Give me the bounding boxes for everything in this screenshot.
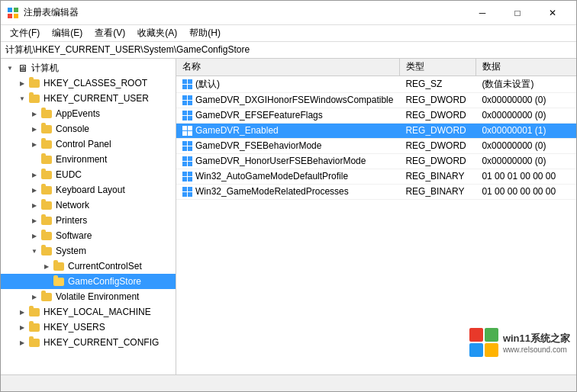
tree-item-network[interactable]: ▶Network: [1, 198, 176, 213]
cell-type-2: REG_DWORD: [399, 108, 475, 123]
cell-name-3: GameDVR_Enabled: [176, 123, 399, 138]
table-row[interactable]: GameDVR_EnabledREG_DWORD0x00000001 (1): [176, 123, 576, 138]
col-header-name[interactable]: 名称: [176, 59, 399, 76]
expand-btn-currentcontrolset[interactable]: ▶: [40, 260, 53, 272]
watermark-text-block: win11系统之家 www.relsound.com: [503, 332, 570, 354]
svg-rect-0: [8, 8, 12, 12]
expand-btn-printers[interactable]: ▶: [28, 214, 40, 227]
expand-btn-console[interactable]: ▶: [28, 123, 40, 135]
tree-item-eudc[interactable]: ▶EUDC: [1, 167, 176, 182]
expand-btn-appevents[interactable]: ▶: [28, 108, 40, 120]
cell-data-4: 0x00000000 (0): [475, 138, 576, 153]
cell-type-0: REG_SZ: [399, 76, 475, 92]
watermark-site: win11系统之家: [503, 332, 570, 345]
tree-item-volatile-environment[interactable]: ▶Volatile Environment: [1, 289, 176, 304]
cell-name-4: GameDVR_FSEBehaviorMode: [176, 138, 399, 153]
tree-item-console[interactable]: ▶Console: [1, 121, 176, 137]
cell-type-7: REG_BINARY: [399, 184, 475, 199]
table-row[interactable]: Win32_AutoGameModeDefaultProfileREG_BINA…: [176, 169, 576, 184]
folder-icon-volatile-environment: [40, 291, 53, 303]
value-name-text-1: GameDVR_DXGIHonorFSEWindowsCompatible: [195, 95, 393, 105]
menu-item-f[interactable]: 文件(F): [4, 25, 46, 41]
folder-icon-hkey-current-user: [28, 92, 40, 104]
tree-label-hkey-classes-root: HKEY_CLASSES_ROOT: [44, 78, 147, 88]
close-button[interactable]: ✕: [535, 1, 570, 25]
menu-item-v[interactable]: 查看(V): [89, 25, 131, 41]
col-header-data[interactable]: 数据: [475, 59, 576, 76]
value-name-text-0: (默认): [195, 79, 220, 89]
tree-label-eudc: EUDC: [56, 169, 82, 180]
tree-item-currentcontrolset[interactable]: ▶CurrentControlSet: [1, 259, 176, 274]
tree-item-hkey-classes-root[interactable]: ▶HKEY_CLASSES_ROOT: [1, 76, 176, 91]
cell-type-5: REG_DWORD: [399, 153, 475, 169]
minimize-button[interactable]: ─: [465, 1, 500, 25]
table-row[interactable]: Win32_GameModeRelatedProcessesREG_BINARY…: [176, 184, 576, 199]
expand-btn-keyboard-layout[interactable]: ▶: [28, 184, 40, 196]
tree-item-gameconfigstore[interactable]: GameConfigStore: [1, 274, 176, 289]
expand-btn-hkey-local-machine[interactable]: ▶: [16, 306, 28, 318]
cell-name-2: GameDVR_EFSEFeatureFlags: [176, 108, 399, 123]
tree-item-system[interactable]: ▼System: [1, 243, 176, 259]
folder-icon-system: [40, 245, 53, 257]
tree-label-control-panel: Control Panel: [56, 139, 111, 149]
folder-icon-control-panel: [40, 138, 53, 150]
tree-item-hkey-local-machine[interactable]: ▶HKEY_LOCAL_MACHINE: [1, 304, 176, 320]
cell-name-1: GameDVR_DXGIHonorFSEWindowsCompatible: [176, 92, 399, 108]
col-header-type[interactable]: 类型: [399, 59, 475, 76]
value-name-text-2: GameDVR_EFSEFeatureFlags: [195, 110, 323, 120]
expand-btn-system[interactable]: ▼: [28, 245, 40, 257]
tree-item-hkey-current-config[interactable]: ▶HKEY_CURRENT_CONFIG: [1, 335, 176, 350]
expand-btn-control-panel[interactable]: ▶: [28, 138, 40, 150]
expand-btn-hkey-current-user[interactable]: ▼: [16, 92, 28, 104]
table-row[interactable]: (默认)REG_SZ(数值未设置): [176, 76, 576, 92]
address-bar: 计算机\HKEY_CURRENT_USER\System\GameConfigS…: [1, 42, 576, 59]
cell-data-5: 0x00000000 (0): [475, 153, 576, 169]
tree-item-hkey-current-user[interactable]: ▼HKEY_CURRENT_USER: [1, 91, 176, 106]
tree-label-hkey-users: HKEY_USERS: [44, 322, 105, 333]
tree-item-environment[interactable]: Environment: [1, 152, 176, 167]
tree-item-keyboard-layout[interactable]: ▶Keyboard Layout: [1, 182, 176, 198]
tree-label-environment: Environment: [56, 154, 107, 165]
computer-icon-computer: 🖥: [16, 62, 28, 74]
menu-item-h[interactable]: 帮助(H): [183, 25, 227, 41]
expand-btn-computer[interactable]: ▼: [4, 62, 16, 74]
expand-btn-volatile-environment[interactable]: ▶: [28, 291, 40, 303]
tree-pane[interactable]: ▼🖥计算机▶HKEY_CLASSES_ROOT▼HKEY_CURRENT_USE…: [1, 59, 176, 374]
table-row[interactable]: GameDVR_EFSEFeatureFlagsREG_DWORD0x00000…: [176, 108, 576, 123]
expand-spacer-environment: [28, 153, 40, 165]
tree-item-appevents[interactable]: ▶AppEvents: [1, 106, 176, 121]
tree-item-software[interactable]: ▶Software: [1, 228, 176, 243]
expand-btn-hkey-classes-root[interactable]: ▶: [16, 77, 28, 89]
logo-sq-green: [485, 328, 498, 342]
folder-icon-hkey-current-config: [28, 336, 40, 349]
table-row[interactable]: GameDVR_HonorUserFSEBehaviorModeREG_DWOR…: [176, 153, 576, 169]
menu-item-e[interactable]: 编辑(E): [46, 25, 89, 41]
folder-icon-network: [40, 199, 53, 211]
folder-icon-hkey-local-machine: [28, 306, 40, 318]
tree-item-printers[interactable]: ▶Printers: [1, 213, 176, 228]
tree-label-console: Console: [56, 124, 89, 134]
cell-type-3: REG_DWORD: [399, 123, 475, 138]
value-name-text-6: Win32_AutoGameModeDefaultProfile: [195, 171, 348, 182]
tree-label-software: Software: [56, 230, 92, 241]
tree-item-computer[interactable]: ▼🖥计算机: [1, 60, 176, 76]
tree-label-hkey-local-machine: HKEY_LOCAL_MACHINE: [44, 307, 151, 317]
expand-btn-hkey-current-config[interactable]: ▶: [16, 336, 28, 349]
tree-item-control-panel[interactable]: ▶Control Panel: [1, 137, 176, 152]
table-row[interactable]: GameDVR_DXGIHonorFSEWindowsCompatibleREG…: [176, 92, 576, 108]
expand-btn-software[interactable]: ▶: [28, 230, 40, 242]
registry-editor-window: 注册表编辑器 ─ □ ✕ 文件(F)编辑(E)查看(V)收藏夹(A)帮助(H) …: [0, 0, 577, 392]
expand-btn-network[interactable]: ▶: [28, 199, 40, 211]
table-row[interactable]: GameDVR_FSEBehaviorModeREG_DWORD0x000000…: [176, 138, 576, 153]
folder-icon-currentcontrolset: [53, 260, 65, 272]
menu-item-a[interactable]: 收藏夹(A): [131, 25, 183, 41]
cell-name-5: GameDVR_HonorUserFSEBehaviorMode: [176, 153, 399, 169]
expand-btn-hkey-users[interactable]: ▶: [16, 321, 28, 333]
maximize-button[interactable]: □: [500, 1, 535, 25]
tree-item-hkey-users[interactable]: ▶HKEY_USERS: [1, 320, 176, 335]
expand-btn-eudc[interactable]: ▶: [28, 169, 40, 181]
logo-sq-blue: [469, 343, 483, 357]
watermark-url: www.relsound.com: [503, 345, 570, 354]
reg-icon-5: [182, 156, 192, 166]
folder-icon-software: [40, 230, 53, 242]
